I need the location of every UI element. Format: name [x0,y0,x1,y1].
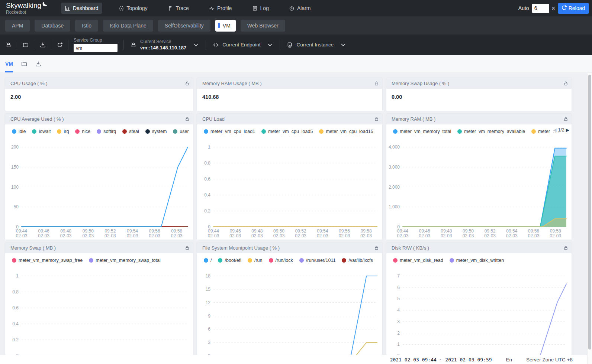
svg-text:50: 50 [14,204,19,209]
dashboard-tab-istio-data-plane[interactable]: Istio Data Plane [103,20,153,32]
lock-icon[interactable] [563,81,568,86]
legend-item-meter-vm-cpu-load15[interactable]: meter_vm_cpu_load15 [319,129,373,134]
stat-value: 2.00 [5,89,193,100]
topology-icon [119,6,124,11]
legend-next-icon[interactable]: ▶ [566,127,569,133]
legend-item--run-lock[interactable]: /run/lock [269,258,293,263]
toolbar-import-button[interactable] [34,35,51,55]
toolbar-refresh-button[interactable] [51,35,68,55]
lock-icon[interactable] [374,117,379,121]
legend-item--[interactable]: / [204,258,212,263]
legend-item-system[interactable]: system [145,129,167,134]
svg-text:02-03: 02-03 [208,233,219,238]
legend-item-meter-vm-memory-total[interactable]: meter_vm_memory_total [393,129,451,134]
chart-legend: meter_vm_cpu_load1 meter_vm_cpu_load5 me… [197,124,382,137]
card-title: CPU Load [202,116,225,122]
language-toggle[interactable]: En [506,357,512,363]
lock-icon[interactable] [374,81,379,86]
legend-item-meter-vm-memory-swap-total[interactable]: meter_vm_memory_swap_total [89,258,160,263]
card-header: CPU Load [197,114,382,124]
svg-text:0.8: 0.8 [12,289,19,295]
dashboard-icon [65,6,70,11]
dashboard-tab-apm[interactable]: APM [5,20,30,32]
svg-text:09:48: 09:48 [60,228,71,234]
current-endpoint-selector[interactable]: Current Endpoint [206,35,280,55]
legend-item-user[interactable]: user [173,129,189,134]
svg-text:09:48: 09:48 [441,228,452,234]
svg-text:09:56: 09:56 [339,228,350,234]
legend-item--var-lib-lxcfs[interactable]: /var/lib/lxcfs [342,258,373,263]
legend-item--boot-efi[interactable]: /boot/efi [218,258,241,263]
svg-text:02-03: 02-03 [229,233,241,238]
legend-item-nice[interactable]: nice [75,129,90,134]
lock-icon[interactable] [185,81,190,86]
svg-text:09:50: 09:50 [83,228,94,234]
legend-item-meter-vm-memory-available[interactable]: meter_vm_memory_available [457,129,525,134]
scrollbar-thumb[interactable] [588,75,591,350]
folder-icon[interactable] [21,61,27,67]
chart-card-memory-swap: Memory Swap ( MB ) meter_vm_memory_swap_… [5,243,193,364]
svg-text:02-03: 02-03 [38,233,49,238]
chart-legend: idle iowait irq nice softirq steal syste… [5,124,193,137]
lock-icon[interactable] [185,117,190,121]
tab-vm[interactable]: VM [5,55,13,72]
svg-text:1: 1 [208,144,210,150]
nav-item-label: Topology [127,5,148,11]
legend-dot [97,129,101,134]
reload-button[interactable]: Reload [558,3,589,14]
nav-item-trace[interactable]: Trace [164,3,193,14]
svg-text:09:46: 09:46 [230,228,241,234]
legend-item-meter-vm-cpu-load5[interactable]: meter_vm_cpu_load5 [261,129,313,134]
legend-label: nice [82,129,90,134]
chart-legend: meter_vm_disk_read meter_vm_disk_written [386,253,572,266]
nav-item-alarm[interactable]: Alarm [285,3,315,14]
legend-item-meter-vm-cpu-load1[interactable]: meter_vm_cpu_load1 [204,129,255,134]
download-icon[interactable] [35,61,41,67]
nav-item-profile[interactable]: Profile [205,3,236,14]
dashboard-tab-istio[interactable]: Istio [75,20,98,32]
time-range[interactable]: 2021-02-03 09:44 ~ 2021-02-03 09:59 [390,357,492,363]
legend-item-iowait[interactable]: iowait [32,129,51,134]
current-service-selector[interactable]: Current Service vm::146.148.110.187 [124,35,206,55]
legend-item-meter-vm-memory-swap-free[interactable]: meter_vm_memory_swap_free [12,258,83,263]
lock-icon[interactable] [185,246,190,250]
svg-text:09:54: 09:54 [506,228,517,234]
card-header: Memory Swap Usage ( % ) [386,78,572,89]
svg-text:1: 1 [16,273,19,279]
chart-legend: / /boot/efi /run /run/lock /run/user/101… [197,253,382,266]
legend-item-irq[interactable]: irq [57,129,69,134]
dashboard-tab-web-browser[interactable]: Web Browser [241,20,285,32]
nav-item-dashboard[interactable]: Dashboard [61,3,102,14]
legend-item-steal[interactable]: steal [122,129,139,134]
service-group-input[interactable] [74,44,118,52]
dashboard-tab-selfobservability[interactable]: SelfObservability [158,20,210,32]
card-header: Memory Swap ( MB ) [5,243,193,253]
dashboard-tab-database[interactable]: Database [35,20,70,32]
disk-rw-svg: 7654321009:4402-0309:4602-0309:4802-0309… [386,266,572,364]
legend-item-idle[interactable]: idle [12,129,26,134]
chart-plot-area: 4,0003,0002,0001,000009:4402-0309:4602-0… [386,137,572,240]
legend-prev-icon[interactable]: ◀ [553,127,556,133]
legend-label: meter_vm_memory_swap_free [19,258,83,263]
svg-text:02-03: 02-03 [60,233,72,238]
current-instance-selector[interactable]: Current Instance [280,35,353,55]
dashboard-tab-label: Database [41,23,64,29]
toolbar-lock-button[interactable] [0,35,17,55]
lock-icon[interactable] [563,246,568,250]
legend-item-meter-vm-disk-written[interactable]: meter_vm_disk_written [450,258,504,263]
auto-reload-interval-input[interactable] [532,4,549,13]
toolbar-folder-button[interactable] [17,35,34,55]
lock-icon[interactable] [374,246,379,250]
nav-item-topology[interactable]: Topology [115,3,151,14]
legend-item-softirq[interactable]: softirq [97,129,116,134]
legend-label: meter_vm_cpu_load15 [326,129,373,134]
legend-item-meter-vm-disk-read[interactable]: meter_vm_disk_read [393,258,443,263]
lock-icon[interactable] [563,117,568,121]
dashboard-tab-vm[interactable]: VM [215,20,236,32]
legend-item--run[interactable]: /run [248,258,263,263]
code-icon [213,42,219,48]
legend-item--run-user-1011[interactable]: /run/user/1011 [299,258,336,263]
chart-plot-area: 10.80.60.40.2009:4402-0309:4602-0309:480… [5,266,193,364]
dashboard-tab-label: VM [223,23,231,29]
nav-item-log[interactable]: Log [248,3,273,14]
